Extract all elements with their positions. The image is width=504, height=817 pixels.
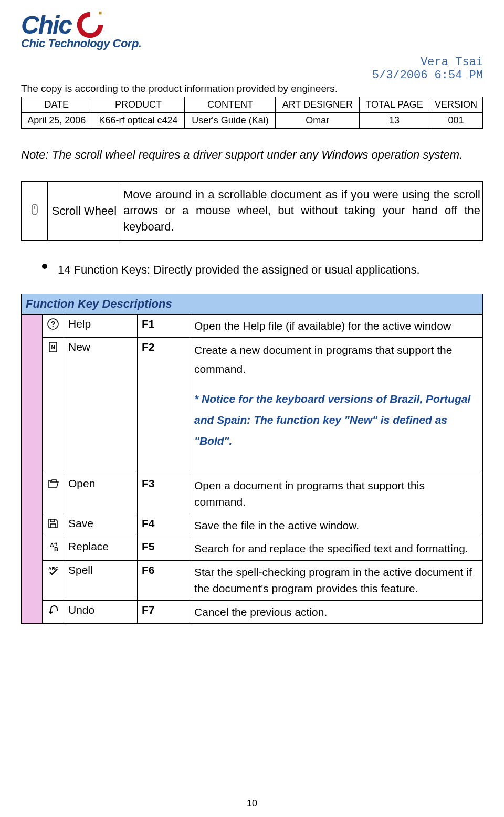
svg-rect-0 <box>99 12 102 15</box>
spell-icon: ABC <box>43 560 64 600</box>
func-name: Open <box>64 474 138 514</box>
func-name: Help <box>64 314 138 338</box>
func-name: Undo <box>64 600 138 624</box>
scroll-table: Scroll Wheel Move around in a scrollable… <box>21 181 483 241</box>
func-key: F5 <box>138 537 190 561</box>
copy-note: The copy is according to the product inf… <box>21 83 483 95</box>
svg-rect-1 <box>32 204 37 215</box>
func-key: F7 <box>138 600 190 624</box>
info-header: CONTENT <box>185 97 276 113</box>
info-cell: User's Guide (Kai) <box>185 113 276 129</box>
func-notice: * Notice for the keyboard versions of Br… <box>194 389 478 452</box>
svg-text:A: A <box>50 542 54 548</box>
func-desc: Search for and replace the specified tex… <box>190 537 483 561</box>
scroll-desc: Move around in a scrollable document as … <box>121 181 483 240</box>
func-name: Spell <box>64 560 138 600</box>
open-icon <box>43 474 64 514</box>
undo-icon <box>43 600 64 624</box>
save-icon <box>43 514 64 537</box>
func-key: F4 <box>138 514 190 537</box>
func-key: F1 <box>138 314 190 338</box>
func-key: F6 <box>138 560 190 600</box>
info-header: TOTAL PAGE <box>360 97 429 113</box>
help-icon: ? <box>43 314 64 338</box>
pink-sidebar <box>22 314 43 624</box>
brand-name: Chic <box>21 11 71 39</box>
svg-text:N: N <box>51 344 55 350</box>
svg-text:ABC: ABC <box>48 566 59 571</box>
page-number: 10 <box>0 798 504 809</box>
info-cell: 001 <box>429 113 482 129</box>
svg-text:?: ? <box>51 320 56 328</box>
info-header: DATE <box>22 97 92 113</box>
info-header: VERSION <box>429 97 482 113</box>
info-header: PRODUCT <box>92 97 185 113</box>
scroll-note: Note: The scroll wheel requires a driver… <box>21 144 483 165</box>
func-desc: Save the file in the active window. <box>190 514 483 537</box>
info-header: ART DESIGNER <box>276 97 360 113</box>
func-desc: Cancel the previous action. <box>190 600 483 624</box>
new-icon: N <box>43 338 64 474</box>
func-desc: Open a document in programs that support… <box>190 474 483 514</box>
func-name: New <box>64 338 138 474</box>
func-desc: Open the Help file (if available) for th… <box>190 314 483 338</box>
func-key: F3 <box>138 474 190 514</box>
info-cell: April 25, 2006 <box>22 113 92 129</box>
scroll-name: Scroll Wheel <box>48 181 121 240</box>
document-datetime: 5/3/2006 6:54 PM <box>21 69 483 82</box>
func-key: F2 <box>138 338 190 474</box>
logo-mark-icon <box>76 11 104 39</box>
info-cell: Omar <box>276 113 360 129</box>
info-cell: 13 <box>360 113 429 129</box>
func-name: Save <box>64 514 138 537</box>
function-key-table: Function Key Descriptions ? Help F1 Open… <box>21 294 483 624</box>
func-name: Replace <box>64 537 138 561</box>
scroll-wheel-icon <box>22 181 48 240</box>
info-cell: K66-rf optical c424 <box>92 113 185 129</box>
bullet-icon <box>42 264 47 269</box>
func-table-header: Function Key Descriptions <box>22 294 483 314</box>
info-table: DATE PRODUCT CONTENT ART DESIGNER TOTAL … <box>21 97 483 129</box>
func-desc: Create a new document in programs that s… <box>190 338 483 474</box>
replace-icon: AB <box>43 537 64 561</box>
func-desc: Star the spell-checking program in the a… <box>190 560 483 600</box>
bullet-text: 14 Function Keys: Directly provided the … <box>58 259 483 280</box>
company-logo: Chic Chic Technology Corp. <box>21 11 483 50</box>
document-meta: Vera Tsai 5/3/2006 6:54 PM <box>21 56 483 82</box>
author-name: Vera Tsai <box>21 56 483 69</box>
svg-text:B: B <box>54 546 58 552</box>
